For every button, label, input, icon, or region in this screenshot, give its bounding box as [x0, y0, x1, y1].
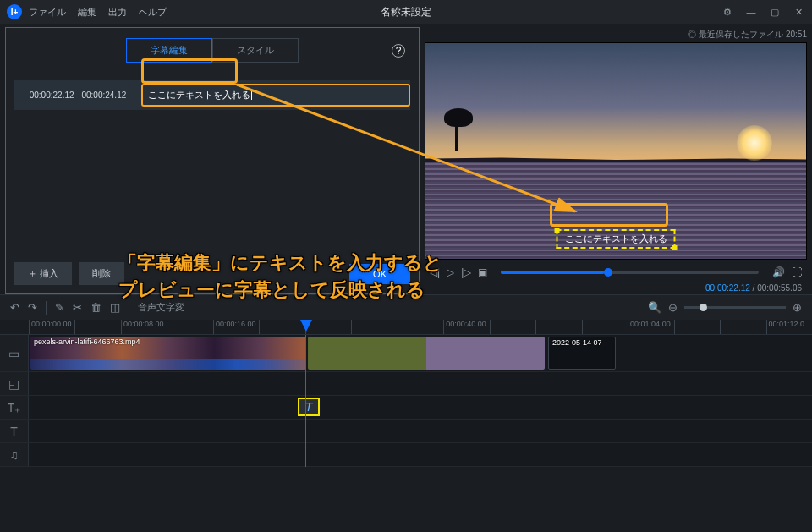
sun-icon	[737, 125, 772, 161]
timeline-ruler[interactable]: 00:00:00.00 00:00:08.00 00:00:16.00 00:0…	[0, 320, 812, 335]
ai-voice-button[interactable]: 音声文字変	[138, 301, 184, 314]
prev-frame-button[interactable]: ◁|	[430, 266, 440, 278]
video-preview[interactable]: ここにテキストを入れる	[425, 42, 807, 260]
stop-button[interactable]: ▣	[478, 266, 487, 278]
title-bar: I+ ファイル 編集 出力 ヘルプ 名称未設定 ⚙ — ▢ ✕	[0, 0, 812, 24]
menu-bar: ファイル 編集 出力 ヘルプ	[29, 6, 167, 19]
progress-bar[interactable]	[501, 271, 759, 274]
delete-button[interactable]: 削除	[79, 262, 124, 285]
window-title: 名称未設定	[381, 5, 431, 19]
settings-icon[interactable]: ⚙	[721, 7, 734, 18]
ruler-tick	[582, 320, 628, 334]
current-time: 00:00:22.12	[705, 283, 750, 293]
text-caret-icon	[251, 90, 252, 100]
zoom-in-icon[interactable]: ⊕	[793, 301, 802, 314]
timeline-toolbar: ↶ ↷ ✎ ✂ 🗑 ◫ 音声文字変 🔍 ⊖ ⊕	[0, 294, 812, 320]
total-time: 00:00:55.06	[757, 283, 802, 293]
help-icon[interactable]: ?	[392, 44, 405, 58]
video-clip-3[interactable]: 2022-05-14 07	[548, 337, 616, 370]
subtitle-row[interactable]: 00:00:22.12 - 00:00:24.12 ここにテキストを入れる	[14, 80, 410, 110]
zoom-slider[interactable]	[684, 306, 786, 309]
ok-button[interactable]: OK	[349, 264, 410, 284]
tab-style[interactable]: スタイル	[212, 38, 299, 63]
clip-label: 2022-05-14 07	[552, 338, 602, 347]
close-button[interactable]: ✕	[792, 7, 805, 18]
preview-subtitle-overlay[interactable]: ここにテキストを入れる	[557, 229, 676, 249]
minimize-button[interactable]: —	[744, 7, 758, 18]
tab-subtitle-edit[interactable]: 字幕編集	[126, 38, 212, 63]
ruler-tick: 00:00:40.00	[443, 320, 489, 334]
pip-track[interactable]: ◱	[0, 372, 812, 396]
subtitle-text-input[interactable]: ここにテキストを入れる	[141, 84, 410, 107]
video-clip-1[interactable]: pexels-arvin-latifi-6466763.mp4	[30, 337, 306, 370]
ruler-tick: 00:01:12.0	[766, 320, 812, 334]
preview-panel: 最近保存したファイル 20:51 ここにテキストを入れる ◁| ▷ |▷ ▣ 🔊…	[425, 24, 812, 294]
ruler-tick	[490, 320, 535, 334]
marker-icon[interactable]: ✎	[55, 301, 64, 314]
zoom-out-icon[interactable]: ⊖	[668, 301, 678, 314]
menu-edit[interactable]: 編集	[78, 6, 96, 19]
ruler-tick	[259, 320, 304, 334]
play-controls: ◁| ▷ |▷ ▣ 🔊 ⛶	[425, 263, 807, 282]
app-logo-icon: I+	[7, 4, 22, 19]
search-icon[interactable]: 🔍	[648, 301, 661, 314]
ruler-tick	[167, 320, 212, 334]
ruler-tick	[720, 320, 765, 334]
ruler-tick	[398, 320, 443, 334]
audio-track-icon[interactable]: ♫	[0, 443, 29, 466]
ruler-tick: 00:00:00.00	[29, 320, 74, 334]
video-track[interactable]: ▭ pexels-arvin-latifi-6466763.mp4 2022-0…	[0, 335, 812, 372]
subtitle-time-range: 00:00:22.12 - 00:00:24.12	[14, 90, 141, 100]
crop-icon[interactable]: ◫	[110, 301, 120, 314]
ruler-tick	[74, 320, 120, 334]
recent-saved-label: 最近保存したファイル 20:51	[425, 29, 807, 41]
menu-file[interactable]: ファイル	[29, 6, 66, 19]
ruler-tick	[305, 320, 351, 334]
cut-icon[interactable]: ✂	[73, 301, 82, 314]
tree-icon	[442, 108, 476, 151]
text-track-icon[interactable]: T	[0, 420, 29, 442]
timeline-tracks: ▭ pexels-arvin-latifi-6466763.mp4 2022-0…	[0, 335, 812, 467]
trash-icon[interactable]: 🗑	[91, 301, 102, 314]
subtitle-track-icon[interactable]: T₊	[0, 396, 29, 419]
video-track-icon[interactable]: ▭	[0, 335, 29, 371]
insert-button[interactable]: ＋ 挿入	[14, 262, 72, 285]
ruler-tick: 00:00:08.00	[121, 320, 167, 334]
ruler-tick: 00:00:16.00	[213, 320, 259, 334]
subtitle-track[interactable]: T₊ T	[0, 396, 812, 420]
ruler-tick	[351, 320, 397, 334]
time-display: 00:00:22.12 / 00:00:55.06	[425, 282, 807, 294]
play-button[interactable]: ▷	[447, 266, 454, 278]
next-frame-button[interactable]: |▷	[461, 266, 471, 278]
subtitle-editor-panel: 字幕編集 スタイル ? 00:00:22.12 - 00:00:24.12 ここ…	[5, 27, 420, 294]
ruler-tick: 00:01:04.00	[628, 320, 673, 334]
ruler-tick	[535, 320, 581, 334]
fullscreen-icon[interactable]: ⛶	[792, 266, 802, 278]
menu-help[interactable]: ヘルプ	[139, 6, 167, 19]
undo-icon[interactable]: ↶	[10, 301, 19, 314]
menu-output[interactable]: 出力	[108, 6, 127, 19]
redo-icon[interactable]: ↷	[28, 301, 37, 314]
audio-track[interactable]: ♫	[0, 443, 812, 467]
subtitle-text-value: ここにテキストを入れる	[148, 89, 250, 101]
text-track[interactable]: T	[0, 420, 812, 443]
pip-track-icon[interactable]: ◱	[0, 372, 29, 395]
subtitle-clip[interactable]: T	[298, 398, 320, 416]
volume-icon[interactable]: 🔊	[772, 266, 785, 278]
ruler-tick	[674, 320, 720, 334]
maximize-button[interactable]: ▢	[768, 7, 782, 18]
clip-label: pexels-arvin-latifi-6466763.mp4	[34, 337, 140, 346]
video-clip-2[interactable]	[308, 337, 545, 370]
